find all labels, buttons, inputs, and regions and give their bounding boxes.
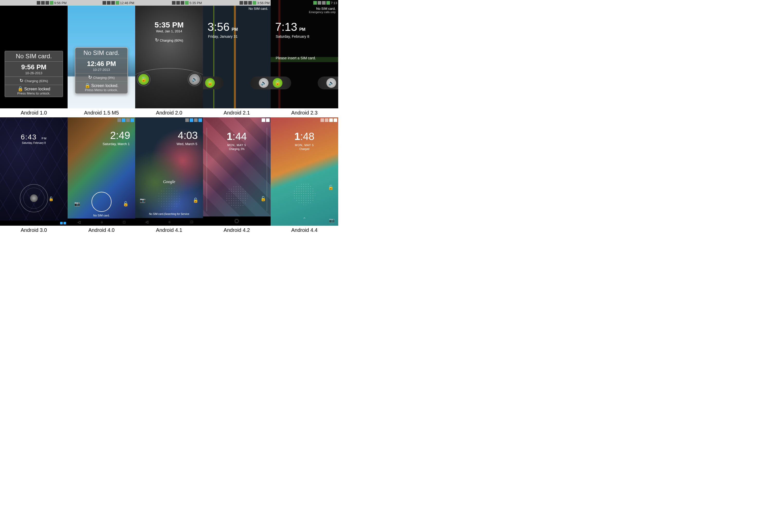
- clock-date: Friday, January 31: [208, 34, 238, 39]
- chevron-up-icon[interactable]: ⌃: [271, 216, 338, 222]
- status-time: 3:56 PM: [257, 1, 269, 5]
- unlock-icon[interactable]: 🔓: [193, 198, 199, 203]
- home-icon[interactable]: ○: [101, 220, 103, 224]
- caption: Android 1.5 M5: [68, 108, 135, 117]
- locked-text: Screen locked: [24, 87, 50, 91]
- clock-time: 1:44: [203, 131, 271, 142]
- caption: Android 2.1: [203, 108, 271, 117]
- unlock-ring[interactable]: [226, 186, 248, 208]
- unlock-handle[interactable]: [30, 194, 38, 202]
- no-sim-text: No SIM card.: [249, 7, 268, 11]
- charging-text: Charging (63%): [25, 79, 48, 83]
- home-icon[interactable]: ○: [168, 220, 170, 224]
- signal-bars-icon: [45, 1, 49, 5]
- lockscreen-android-3-0: 6:43 PM Saturday, February 8 🔓: [0, 117, 68, 226]
- camera-icon[interactable]: 📷: [74, 202, 80, 206]
- unlock-ring[interactable]: [293, 183, 315, 205]
- charging-text: Charging (9%): [93, 76, 115, 80]
- battery-icon: [130, 118, 134, 122]
- unlock-icon[interactable]: 🔓: [328, 185, 334, 190]
- sound-icon: 🔊: [261, 81, 267, 85]
- unlock-icon[interactable]: 🔓: [260, 196, 266, 201]
- status-bar: 3:56 PM: [203, 0, 271, 6]
- battery-icon: [185, 1, 188, 5]
- recents-icon[interactable]: □: [191, 220, 193, 224]
- status-text: No SIM card.|Searching for Service: [135, 213, 203, 215]
- camera-icon[interactable]: 📷: [140, 198, 145, 203]
- unlock-tab[interactable]: 🔓: [203, 77, 224, 89]
- back-icon[interactable]: ◁: [145, 220, 148, 224]
- sim-status: No SIM card.: [68, 214, 135, 217]
- battery-icon: [116, 1, 119, 5]
- wifi-icon: [329, 118, 333, 122]
- status-time: 7:13: [331, 1, 337, 5]
- clock-date: MON, MAY 5: [203, 144, 271, 147]
- clock-time: 1:48: [271, 131, 338, 142]
- signal-icon: [318, 1, 321, 5]
- sound-icon: 🔊: [328, 81, 334, 85]
- signal-bars-icon: [111, 1, 115, 5]
- recents-icon[interactable]: □: [123, 220, 125, 224]
- status-bar: 12:46 PM: [68, 0, 135, 6]
- unlock-icon[interactable]: 🔓: [123, 202, 128, 206]
- signal-bars-icon: [248, 1, 252, 5]
- clock-time: 12:46 PM: [75, 60, 127, 68]
- status-time: 5:35 PM: [189, 1, 202, 5]
- locked-text: Screen locked.: [91, 83, 118, 88]
- unlock-ring[interactable]: [20, 184, 48, 212]
- status-bar: [203, 117, 271, 123]
- sound-slider[interactable]: 🔊: [189, 74, 200, 85]
- charge-icon: ↻: [20, 78, 23, 83]
- status-bar: [271, 117, 338, 123]
- signal-bars-icon: [322, 1, 326, 5]
- system-bar: [0, 221, 68, 226]
- clock-date: Wed, March 5: [176, 142, 198, 146]
- charge-icon: ↻: [88, 75, 92, 80]
- sound-tab[interactable]: 🔊: [318, 77, 338, 89]
- caption: Android 4.4: [271, 226, 338, 235]
- charging-text: Charging (60%): [160, 39, 183, 42]
- wifi-icon: [60, 222, 63, 224]
- sim-message: Please insert a SIM card.: [276, 56, 316, 60]
- unlock-hint: Press Menu to unlock.: [5, 91, 63, 95]
- signal-icon: [244, 1, 248, 5]
- battery-icon: [50, 1, 53, 5]
- unlock-ring[interactable]: [91, 192, 111, 212]
- sim-status: No SIM card.Emergency calls only: [309, 7, 336, 14]
- caption: Android 2.0: [135, 108, 203, 117]
- charging-text: Charged: [271, 148, 338, 150]
- wifi-icon: [262, 118, 265, 122]
- lockscreen-android-4-4: 1:48 MON, MAY 5 Charged 🔓 ⌃ 📷: [271, 117, 338, 226]
- sound-icon: 🔊: [192, 77, 198, 82]
- status-bar: 7:13: [271, 0, 338, 6]
- signal-icon: [107, 1, 110, 5]
- status-time: 9:56 PM: [54, 1, 67, 5]
- clock-date: Wed, Jan 1, 2014: [135, 29, 203, 33]
- clock-date: Saturday, March 1: [102, 142, 129, 146]
- unlock-icon: 🔓: [275, 81, 280, 85]
- signal-icon: [41, 1, 45, 5]
- lockscreen-android-4-2: 1:44 MON, MAY 5 Charging, 5% 🔓: [203, 117, 271, 226]
- lock-icon: 🔓: [49, 197, 54, 201]
- clock-time: 6:43 PM: [0, 133, 68, 141]
- unlock-tab[interactable]: 🔓: [271, 77, 291, 89]
- clock-date: MON, MAY 5: [271, 144, 338, 147]
- sound-tab[interactable]: 🔊: [250, 77, 271, 89]
- clock-time: 3:56PM: [208, 21, 238, 33]
- charging-text: Charging, 5%: [203, 148, 271, 150]
- signal-bars-icon: [181, 1, 184, 5]
- battery-icon: [63, 222, 66, 224]
- google-text[interactable]: Google: [135, 179, 203, 184]
- sd-icon: [37, 1, 40, 5]
- lock-icon: 🔒: [84, 83, 90, 88]
- clock-time: 9:56 PM: [5, 63, 63, 71]
- back-icon[interactable]: ◁: [78, 220, 80, 224]
- unlock-ring[interactable]: [157, 187, 181, 210]
- clock-date: Saturday, February 8: [0, 141, 68, 144]
- wifi-icon: [190, 118, 193, 122]
- unlock-icon: 🔓: [141, 77, 146, 82]
- no-sim-text: No SIM card.: [75, 49, 127, 56]
- camera-icon[interactable]: 📷: [329, 218, 335, 223]
- status-bar: 9:56 PM: [0, 0, 68, 6]
- clock-date: Saturday, February 8: [276, 34, 309, 39]
